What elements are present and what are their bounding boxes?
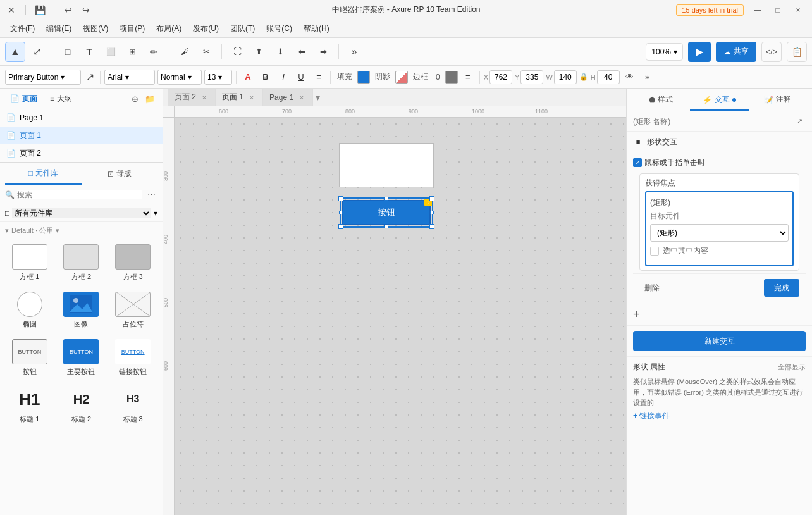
comp-filter-select[interactable]: 所有元件库 [12,208,151,218]
comp-rect2[interactable]: 方框 2 [57,240,106,285]
menu-account[interactable]: 账号(C) [261,22,297,36]
font-select[interactable]: Arial ▾ [104,70,155,85]
style-tab[interactable]: ⬟ 样式 [632,89,690,111]
canvas-tab-page3-close[interactable]: × [297,93,306,102]
comp-h1[interactable]: H1 标题 1 [5,383,54,428]
add-action-row[interactable]: + [627,304,812,325]
menu-edit[interactable]: 编辑(E) [41,22,77,36]
input-tool[interactable]: ⬜ [101,42,121,62]
add-page-btn[interactable]: ⊕ [128,92,141,105]
comp-circle[interactable]: 椭圆 [5,288,54,333]
more-format-btn[interactable]: ≡ [460,70,476,85]
comp-image[interactable]: 图像 [57,288,106,333]
close-icon[interactable]: ✕ [5,4,18,16]
comp-more-btn[interactable]: ⋯ [145,189,157,201]
comp-placeholder[interactable]: 占位符 [108,288,157,333]
canvas-viewport[interactable]: 按钮 ⚡ [175,118,626,515]
zoom-control[interactable]: 100% ▾ [646,43,683,61]
table-tool[interactable]: ⊞ [122,42,142,62]
canvas-tab-page2[interactable]: 页面 2 × [168,89,216,106]
interaction-toggle[interactable]: ■ [633,137,643,147]
export-btn[interactable]: ↗ [793,115,806,128]
menu-project[interactable]: 项目(P) [114,22,150,36]
add-folder-btn[interactable]: 📁 [144,92,156,105]
interaction-tab[interactable]: ⚡ 交互 [690,89,748,111]
canvas-tab-page2-close[interactable]: × [200,93,209,102]
fit-screen[interactable]: ⛶ [227,42,247,62]
w-input[interactable] [554,70,577,84]
menu-publish[interactable]: 发布(U) [188,22,224,36]
menu-help[interactable]: 帮助(H) [298,22,335,36]
link-event-btn[interactable]: + 链接事件 [633,408,806,424]
align-right[interactable]: ➡ [313,42,333,62]
maximize-button[interactable]: □ [769,4,787,16]
h-input[interactable] [597,70,620,84]
canvas-tab-more[interactable]: ▾ [316,92,320,102]
save-icon[interactable]: 💾 [34,4,46,16]
border-color[interactable] [445,71,458,84]
select-content-checkbox[interactable] [650,247,659,256]
align-left[interactable]: ⬅ [292,42,312,62]
comp-h2[interactable]: H2 标题 2 [57,383,106,428]
category-expand-icon[interactable]: ▾ [5,226,9,235]
comp-search[interactable]: 🔍 ⋯ [0,185,163,204]
event-checkbox[interactable]: ✓ [633,158,642,167]
done-btn[interactable]: 完成 [764,279,799,297]
font-color-btn[interactable]: A [240,70,255,85]
menu-layout[interactable]: 布局(A) [151,22,187,36]
menu-view[interactable]: 视图(V) [78,22,113,36]
pen-tool[interactable]: ✏ [144,42,164,62]
comp-filter[interactable]: □ 所有元件库 ▾ [0,204,163,222]
redo-icon[interactable]: ↪ [80,4,92,16]
shape-name-input[interactable] [633,117,793,126]
connection-tool[interactable]: ⤢ [27,42,47,62]
page-item-page1[interactable]: 📄 Page 1 [0,109,163,127]
text-tool[interactable]: T [79,42,99,62]
menu-team[interactable]: 团队(T) [225,22,260,36]
page-item-page2[interactable]: 📄 页面 1 [0,127,163,144]
y-input[interactable] [520,70,543,84]
widget-type-icon[interactable]: ↗ [83,71,96,84]
select-tool[interactable]: ▲ [5,42,25,62]
comp-button-primary[interactable]: BUTTON 主要按钮 [57,335,106,380]
comp-h3[interactable]: H3 标题 3 [108,383,157,428]
list-btn[interactable]: ≡ [311,70,326,85]
note-button[interactable]: 📋 [787,42,807,62]
minimize-button[interactable]: — [749,4,766,16]
x-input[interactable] [489,70,512,84]
widget-type-select[interactable]: Primary Button ▾ [5,70,81,85]
outline-tab[interactable]: ≡ 大纲 [46,91,76,107]
trial-badge[interactable]: 15 days left in trial [676,4,744,16]
library-tab[interactable]: □ 元件库 [5,163,82,185]
align-bottom[interactable]: ⬇ [270,42,290,62]
code-button[interactable]: </> [761,42,782,62]
fill-color[interactable] [357,71,370,84]
canvas-button-element[interactable]: 按钮 ⚡ [342,200,431,225]
preview-button[interactable]: ▶ [688,42,711,62]
comp-button-plain[interactable]: BUTTON 按钮 [5,335,54,380]
page-item-page3[interactable]: 📄 页面 2 [0,144,163,162]
template-tab[interactable]: ⊡ 母版 [82,163,158,185]
undo-icon[interactable]: ↩ [62,4,75,16]
underline-btn[interactable]: U [293,70,309,85]
close-button[interactable]: × [789,4,807,16]
notes-tab[interactable]: 📝 注释 [749,89,807,111]
format-paint[interactable]: 🖌 [175,42,195,62]
delete-action-btn[interactable]: 删除 [639,280,665,296]
visibility-btn[interactable]: 👁 [622,70,637,85]
italic-btn[interactable]: I [276,70,291,85]
align-top[interactable]: ⬆ [249,42,269,62]
pages-tab[interactable]: 📄 页面 [6,91,41,107]
comp-button-link[interactable]: BUTTON 链接按钮 [108,335,157,380]
comp-rect3[interactable]: 方框 3 [108,240,157,285]
canvas-rect-element[interactable] [339,143,434,187]
comp-rect1[interactable]: 方框 1 [5,240,54,285]
more-tools[interactable]: » [344,42,364,62]
size-select[interactable]: 13 ▾ [204,70,232,85]
rect-tool[interactable]: □ [58,42,78,62]
share-button[interactable]: ☁ 共享 [716,42,756,62]
menu-file[interactable]: 文件(F) [5,22,40,36]
canvas-tab-page3[interactable]: Page 1 × [263,89,313,106]
cut-tool[interactable]: ✂ [196,42,216,62]
bold-btn[interactable]: B [258,70,273,85]
